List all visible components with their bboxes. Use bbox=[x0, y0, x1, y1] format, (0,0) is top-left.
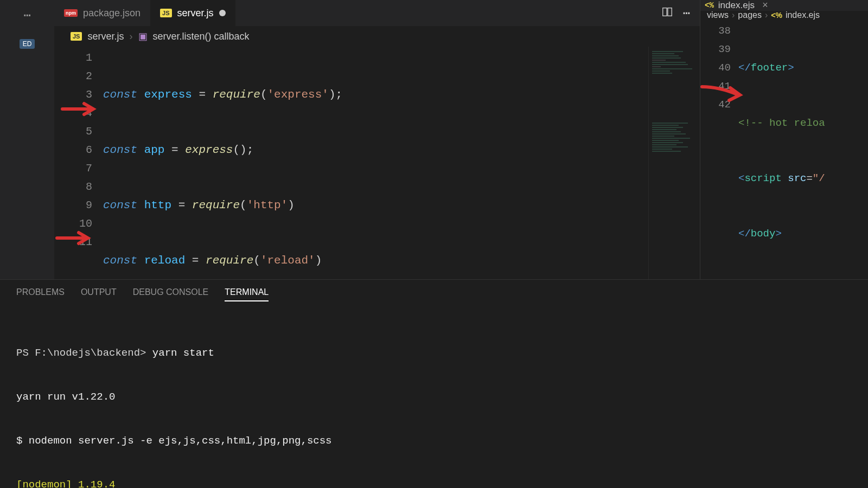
editor-main: npm package.json JS server.js ⋯ JS serve… bbox=[54, 0, 700, 279]
breadcrumb-file: server.js bbox=[87, 31, 124, 42]
more-actions-icon[interactable]: ⋯ bbox=[683, 6, 690, 21]
secondary-gutter: 3839 4041 42 bbox=[700, 22, 738, 279]
chevron-right-icon: › bbox=[130, 31, 133, 42]
activity-bar: ⋯ ED bbox=[0, 0, 54, 279]
tab-server-js[interactable]: JS server.js bbox=[150, 0, 235, 26]
ejs-icon: <% bbox=[705, 1, 714, 10]
tab-index-ejs[interactable]: index.ejs bbox=[718, 0, 755, 11]
annotation-arrow-icon bbox=[54, 230, 100, 249]
symbol-icon: ▣ bbox=[138, 30, 148, 42]
tab-problems[interactable]: PROBLEMS bbox=[16, 287, 65, 301]
chevron-right-icon: › bbox=[732, 11, 735, 20]
tab-label: package.json bbox=[83, 8, 141, 19]
minimap[interactable] bbox=[648, 47, 700, 279]
js-icon: JS bbox=[71, 32, 82, 41]
dirty-indicator-icon bbox=[219, 10, 226, 16]
editor-body[interactable]: 123 456 789 1011 const express = require… bbox=[54, 47, 700, 279]
editor-secondary: <% index.ejs × views › pages › <% index.… bbox=[700, 0, 868, 279]
tab-debug-console[interactable]: DEBUG CONSOLE bbox=[133, 287, 209, 301]
menu-dots-icon[interactable]: ⋯ bbox=[23, 8, 30, 23]
secondary-code[interactable]: 3839 4041 42 </footer> <!-- hot reloa <s… bbox=[700, 20, 868, 279]
bottom-panel: PROBLEMS OUTPUT DEBUG CONSOLE TERMINAL P… bbox=[0, 279, 868, 488]
chevron-right-icon: › bbox=[765, 11, 768, 20]
npm-icon: npm bbox=[64, 9, 78, 17]
tab-output[interactable]: OUTPUT bbox=[81, 287, 117, 301]
tab-terminal[interactable]: TERMINAL bbox=[225, 287, 269, 301]
editor-badge: ED bbox=[20, 39, 35, 49]
tab-label: server.js bbox=[177, 8, 214, 19]
js-icon: JS bbox=[160, 9, 171, 17]
code-content[interactable]: const express = require('express'); cons… bbox=[103, 47, 648, 279]
terminal-output[interactable]: PS F:\nodejs\backend> yarn start yarn ru… bbox=[16, 307, 852, 488]
close-icon[interactable]: × bbox=[762, 0, 768, 11]
tab-package-json[interactable]: npm package.json bbox=[54, 0, 150, 26]
secondary-tabs: <% index.ejs × bbox=[700, 0, 868, 11]
secondary-breadcrumb[interactable]: views › pages › <% index.ejs bbox=[700, 11, 868, 20]
breadcrumb[interactable]: JS server.js › ▣ server.listen() callbac… bbox=[54, 26, 700, 47]
annotation-arrow-icon bbox=[700, 81, 749, 111]
svg-rect-0 bbox=[663, 8, 667, 16]
svg-rect-1 bbox=[668, 8, 672, 16]
annotation-arrow-icon bbox=[54, 101, 103, 120]
split-editor-icon[interactable] bbox=[661, 6, 673, 21]
editor-tabs: npm package.json JS server.js ⋯ bbox=[54, 0, 700, 26]
panel-tabs: PROBLEMS OUTPUT DEBUG CONSOLE TERMINAL bbox=[16, 280, 852, 307]
breadcrumb-symbol: server.listen() callback bbox=[153, 31, 250, 42]
ejs-icon: <% bbox=[771, 11, 782, 20]
